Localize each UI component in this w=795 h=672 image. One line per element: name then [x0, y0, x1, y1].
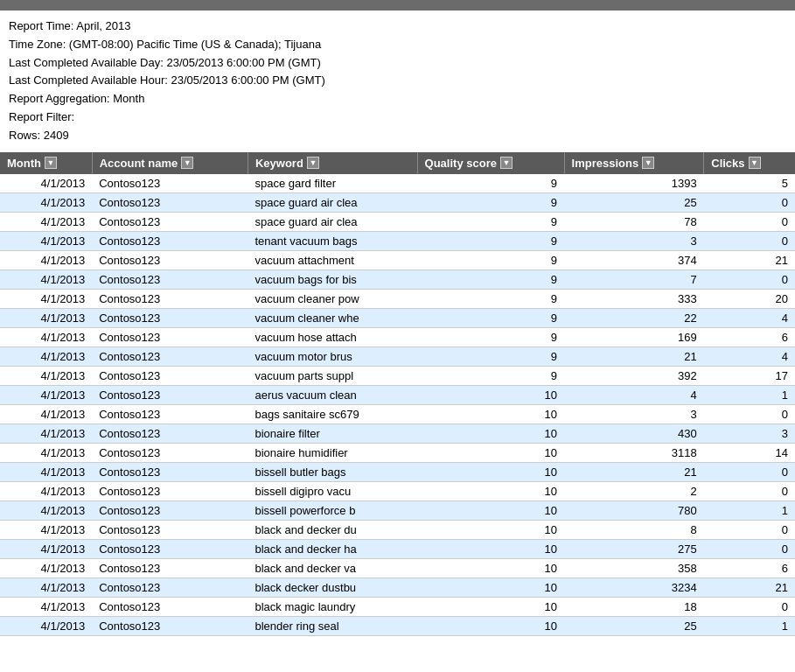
cell-clicks: 17	[704, 366, 795, 385]
meta-line: Last Completed Available Hour: 23/05/201…	[9, 72, 786, 90]
cell-month: 4/1/2013	[0, 192, 92, 212]
column-header-month[interactable]: Month▼	[0, 152, 92, 174]
meta-line: Report Aggregation: Month	[9, 90, 786, 108]
cell-account: Contoso123	[92, 327, 248, 346]
table-row: 4/1/2013Contoso123bissell powerforce b10…	[0, 500, 795, 520]
dropdown-arrow-account[interactable]: ▼	[181, 157, 193, 169]
dropdown-arrow-impressions[interactable]: ▼	[642, 157, 654, 169]
cell-account: Contoso123	[92, 520, 248, 539]
cell-quality: 9	[417, 327, 564, 346]
cell-clicks: 0	[704, 481, 795, 500]
dropdown-arrow-clicks[interactable]: ▼	[749, 157, 761, 169]
cell-quality: 10	[417, 558, 564, 578]
data-table: Month▼Account name▼Keyword▼Quality score…	[0, 152, 795, 636]
cell-month: 4/1/2013	[0, 212, 92, 231]
table-row: 4/1/2013Contoso123black magic laundry101…	[0, 597, 795, 616]
cell-month: 4/1/2013	[0, 308, 92, 327]
cell-keyword: bionaire filter	[248, 424, 417, 443]
cell-account: Contoso123	[92, 481, 248, 500]
cell-quality: 10	[417, 578, 564, 597]
cell-month: 4/1/2013	[0, 289, 92, 308]
cell-impressions: 25	[564, 192, 704, 212]
cell-quality: 9	[417, 174, 564, 193]
cell-impressions: 3118	[564, 443, 704, 462]
column-header-clicks[interactable]: Clicks▼	[704, 152, 795, 174]
cell-keyword: vacuum parts suppl	[248, 366, 417, 385]
cell-quality: 9	[417, 250, 564, 270]
report-title-bar	[0, 0, 795, 10]
cell-impressions: 78	[564, 212, 704, 231]
cell-month: 4/1/2013	[0, 250, 92, 270]
cell-keyword: bags sanitaire sc679	[248, 404, 417, 424]
table-row: 4/1/2013Contoso123space guard air clea97…	[0, 212, 795, 231]
cell-account: Contoso123	[92, 462, 248, 481]
cell-impressions: 3	[564, 231, 704, 250]
column-header-account[interactable]: Account name▼	[92, 152, 248, 174]
cell-impressions: 21	[564, 462, 704, 481]
cell-clicks: 4	[704, 308, 795, 327]
cell-clicks: 1	[704, 385, 795, 404]
cell-keyword: black and decker du	[248, 520, 417, 539]
table-row: 4/1/2013Contoso123vacuum bags for bis970	[0, 270, 795, 289]
table-header-row: Month▼Account name▼Keyword▼Quality score…	[0, 152, 795, 174]
table-row: 4/1/2013Contoso123bionaire humidifier103…	[0, 443, 795, 462]
cell-quality: 10	[417, 616, 564, 635]
cell-account: Contoso123	[92, 231, 248, 250]
table-row: 4/1/2013Contoso123vacuum motor brus9214	[0, 346, 795, 366]
dropdown-arrow-keyword[interactable]: ▼	[307, 157, 319, 169]
cell-quality: 10	[417, 404, 564, 424]
cell-month: 4/1/2013	[0, 366, 92, 385]
cell-month: 4/1/2013	[0, 327, 92, 346]
cell-clicks: 6	[704, 327, 795, 346]
cell-impressions: 358	[564, 558, 704, 578]
cell-clicks: 21	[704, 578, 795, 597]
table-row: 4/1/2013Contoso123vacuum cleaner pow9333…	[0, 289, 795, 308]
cell-impressions: 22	[564, 308, 704, 327]
cell-account: Contoso123	[92, 616, 248, 635]
cell-clicks: 0	[704, 404, 795, 424]
cell-impressions: 2	[564, 481, 704, 500]
cell-month: 4/1/2013	[0, 174, 92, 193]
cell-month: 4/1/2013	[0, 500, 92, 520]
cell-quality: 10	[417, 385, 564, 404]
cell-keyword: vacuum motor brus	[248, 346, 417, 366]
cell-impressions: 333	[564, 289, 704, 308]
cell-quality: 9	[417, 289, 564, 308]
cell-clicks: 4	[704, 346, 795, 366]
cell-account: Contoso123	[92, 558, 248, 578]
cell-keyword: bissell powerforce b	[248, 500, 417, 520]
cell-clicks: 0	[704, 270, 795, 289]
cell-impressions: 169	[564, 327, 704, 346]
column-header-quality[interactable]: Quality score▼	[417, 152, 564, 174]
cell-account: Contoso123	[92, 385, 248, 404]
cell-keyword: black and decker ha	[248, 539, 417, 558]
data-table-container: Month▼Account name▼Keyword▼Quality score…	[0, 152, 795, 636]
cell-quality: 10	[417, 539, 564, 558]
cell-account: Contoso123	[92, 192, 248, 212]
cell-clicks: 0	[704, 539, 795, 558]
cell-account: Contoso123	[92, 346, 248, 366]
cell-impressions: 392	[564, 366, 704, 385]
cell-quality: 10	[417, 500, 564, 520]
cell-impressions: 7	[564, 270, 704, 289]
cell-month: 4/1/2013	[0, 597, 92, 616]
cell-account: Contoso123	[92, 539, 248, 558]
column-header-impressions[interactable]: Impressions▼	[564, 152, 704, 174]
cell-impressions: 4	[564, 385, 704, 404]
table-row: 4/1/2013Contoso123tenant vacuum bags930	[0, 231, 795, 250]
table-row: 4/1/2013Contoso123space gard filter91393…	[0, 174, 795, 193]
meta-line: Time Zone: (GMT-08:00) Pacific Time (US …	[9, 36, 786, 54]
table-row: 4/1/2013Contoso123vacuum attachment93742…	[0, 250, 795, 270]
column-header-keyword[interactable]: Keyword▼	[248, 152, 417, 174]
table-row: 4/1/2013Contoso123aerus vacuum clean1041	[0, 385, 795, 404]
cell-quality: 10	[417, 520, 564, 539]
dropdown-arrow-quality[interactable]: ▼	[500, 157, 513, 169]
dropdown-arrow-month[interactable]: ▼	[45, 157, 57, 169]
cell-quality: 9	[417, 231, 564, 250]
cell-month: 4/1/2013	[0, 424, 92, 443]
cell-month: 4/1/2013	[0, 578, 92, 597]
table-row: 4/1/2013Contoso123vacuum parts suppl9392…	[0, 366, 795, 385]
meta-line: Report Filter:	[9, 108, 786, 127]
cell-account: Contoso123	[92, 308, 248, 327]
meta-line: Report Time: April, 2013	[9, 18, 786, 36]
